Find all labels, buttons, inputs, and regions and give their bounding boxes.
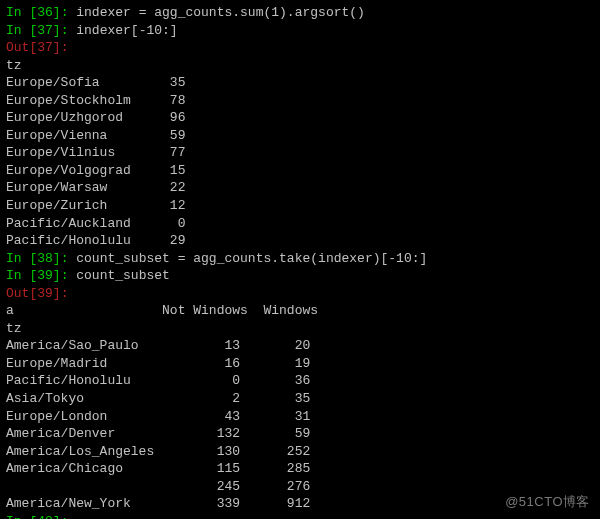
terminal-line: Europe/Zurich 12: [6, 197, 594, 215]
terminal-line: tz: [6, 320, 594, 338]
terminal-line: Asia/Tokyo 2 35: [6, 390, 594, 408]
watermark: @51CTO博客: [505, 493, 590, 511]
terminal-line: Out[37]:: [6, 39, 594, 57]
terminal-line: a Not Windows Windows: [6, 302, 594, 320]
terminal-line: Europe/London 43 31: [6, 408, 594, 426]
terminal-line: Pacific/Honolulu 0 36: [6, 372, 594, 390]
terminal-line: In [39]: count_subset: [6, 267, 594, 285]
terminal-line: In [36]: indexer = agg_counts.sum(1).arg…: [6, 4, 594, 22]
terminal-line: In [37]: indexer[-10:]: [6, 22, 594, 40]
terminal-line: tz: [6, 57, 594, 75]
terminal-line: America/Denver 132 59: [6, 425, 594, 443]
terminal-line: Europe/Sofia 35: [6, 74, 594, 92]
terminal-line: In [38]: count_subset = agg_counts.take(…: [6, 250, 594, 268]
terminal-line: Europe/Vilnius 77: [6, 144, 594, 162]
terminal-line: Europe/Stockholm 78: [6, 92, 594, 110]
terminal-line: Europe/Warsaw 22: [6, 179, 594, 197]
terminal-line: In [40]:: [6, 513, 594, 519]
terminal-line: America/Chicago 115 285: [6, 460, 594, 478]
terminal-line: Europe/Vienna 59: [6, 127, 594, 145]
terminal-line: Europe/Madrid 16 19: [6, 355, 594, 373]
terminal-line: America/Sao_Paulo 13 20: [6, 337, 594, 355]
terminal-line: America/Los_Angeles 130 252: [6, 443, 594, 461]
terminal-line: Out[39]:: [6, 285, 594, 303]
terminal-line: Europe/Volgograd 15: [6, 162, 594, 180]
terminal-line: Pacific/Honolulu 29: [6, 232, 594, 250]
terminal[interactable]: In [36]: indexer = agg_counts.sum(1).arg…: [6, 4, 594, 519]
terminal-line: Pacific/Auckland 0: [6, 215, 594, 233]
terminal-line: Europe/Uzhgorod 96: [6, 109, 594, 127]
